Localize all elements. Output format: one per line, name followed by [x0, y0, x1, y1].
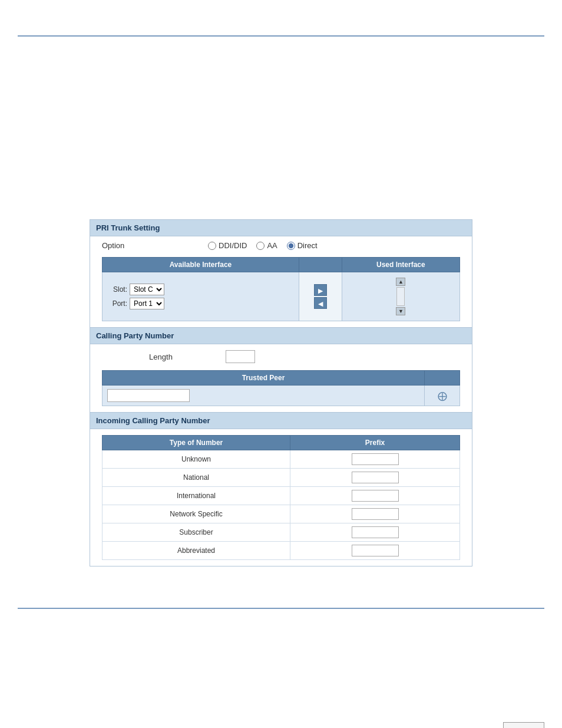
prefix-input-4[interactable] [352, 526, 399, 538]
interface-table: Available Interface Used Interface Slot: [102, 257, 460, 321]
trusted-peer-table: Trusted Peer ⨁ [102, 370, 460, 406]
scroll-up-button[interactable]: ▲ [396, 278, 405, 286]
radio-group: DDI/DID AA Direct [208, 241, 318, 250]
type-of-number-cell: International [103, 487, 290, 505]
prefix-input-0[interactable] [352, 453, 399, 465]
port-label: Port: [110, 299, 127, 308]
arrow-header [299, 258, 342, 272]
main-content: PRI Trunk Setting Option DDI/DID AA [0, 202, 562, 584]
scroll-track [396, 287, 405, 306]
prefix-cell [290, 450, 460, 469]
incoming-row: International [103, 487, 460, 505]
prefix-cell [290, 523, 460, 542]
incoming-calling-title: Incoming Calling Party Number [96, 416, 210, 425]
length-label: Length [102, 353, 220, 361]
trusted-peer-add-cell: ⨁ [425, 386, 460, 406]
radio-ddi[interactable]: DDI/DID [208, 241, 247, 250]
type-of-number-header: Type of Number [103, 436, 290, 450]
radio-aa[interactable]: AA [256, 241, 277, 250]
incoming-row: Subscriber [103, 523, 460, 542]
trusted-peer-input-cell [103, 386, 425, 406]
bottom-divider [18, 608, 544, 609]
incoming-row: Unknown [103, 450, 460, 469]
incoming-row: Network Specific [103, 505, 460, 523]
used-cell: ▲ ▼ [342, 272, 459, 321]
trusted-peer-header: Trusted Peer [103, 371, 425, 386]
type-of-number-cell: National [103, 469, 290, 487]
slot-port-area: Slot: Slot C Port: Port 1 [107, 280, 294, 313]
radio-direct-input[interactable] [287, 242, 295, 250]
incoming-row: National [103, 469, 460, 487]
prefix-input-2[interactable] [352, 490, 399, 502]
top-divider [18, 35, 544, 37]
calling-party-title: Calling Party Number [96, 331, 174, 340]
type-of-number-cell: Abbreviated [103, 542, 290, 560]
slot-select[interactable]: Slot C [130, 284, 164, 295]
bottom-right-box [503, 722, 544, 728]
prefix-input-1[interactable] [352, 472, 399, 483]
radio-direct[interactable]: Direct [287, 241, 318, 250]
slot-label: Slot: [110, 285, 127, 294]
type-of-number-cell: Unknown [103, 450, 290, 469]
trusted-peer-input[interactable] [107, 389, 190, 402]
prefix-input-3[interactable] [352, 508, 399, 520]
type-prefix-table: Type of Number Prefix Unknown National I… [102, 435, 460, 560]
radio-ddi-input[interactable] [208, 242, 216, 250]
option-label: Option [102, 241, 173, 250]
length-row: Length [102, 350, 460, 363]
prefix-cell [290, 487, 460, 505]
radio-aa-input[interactable] [256, 242, 265, 250]
prefix-cell [290, 505, 460, 523]
panel-header: PRI Trunk Setting [90, 220, 472, 236]
radio-aa-label: AA [267, 241, 277, 250]
type-of-number-cell: Subscriber [103, 523, 290, 542]
slot-row: Slot: Slot C [110, 284, 292, 295]
length-input[interactable] [226, 350, 255, 363]
radio-direct-label: Direct [297, 241, 318, 250]
move-left-button[interactable]: ◀ [314, 297, 327, 309]
prefix-cell [290, 469, 460, 487]
option-row: Option DDI/DID AA Direct [90, 236, 472, 255]
incoming-row: Abbreviated [103, 542, 460, 560]
incoming-calling-header: Incoming Calling Party Number [90, 412, 472, 429]
add-trusted-peer-button[interactable]: ⨁ [438, 391, 447, 401]
available-interface-header: Available Interface [103, 258, 299, 272]
panel-title: PRI Trunk Setting [96, 223, 160, 232]
port-select[interactable]: Port 1 [130, 298, 164, 309]
trusted-peer-action-header [425, 371, 460, 386]
prefix-input-5[interactable] [352, 545, 399, 556]
used-interface-header: Used Interface [342, 258, 459, 272]
prefix-header: Prefix [290, 436, 460, 450]
used-scrollbar-area: ▲ ▼ [347, 276, 455, 317]
port-row: Port: Port 1 [110, 298, 292, 309]
available-cell: Slot: Slot C Port: Port 1 [103, 272, 299, 321]
interface-area: Available Interface Used Interface Slot: [90, 257, 472, 327]
arrow-cell: ▶ ◀ [299, 272, 342, 321]
move-right-button[interactable]: ▶ [314, 284, 327, 296]
type-of-number-cell: Network Specific [103, 505, 290, 523]
prefix-cell [290, 542, 460, 560]
incoming-body: Type of Number Prefix Unknown National I… [90, 429, 472, 566]
calling-body: Length Trusted Peer [90, 344, 472, 412]
page-wrapper: PRI Trunk Setting Option DDI/DID AA [0, 35, 562, 728]
radio-ddi-label: DDI/DID [219, 241, 247, 250]
scroll-down-button[interactable]: ▼ [396, 307, 405, 315]
pri-panel: PRI Trunk Setting Option DDI/DID AA [90, 219, 472, 566]
calling-party-header: Calling Party Number [90, 327, 472, 344]
